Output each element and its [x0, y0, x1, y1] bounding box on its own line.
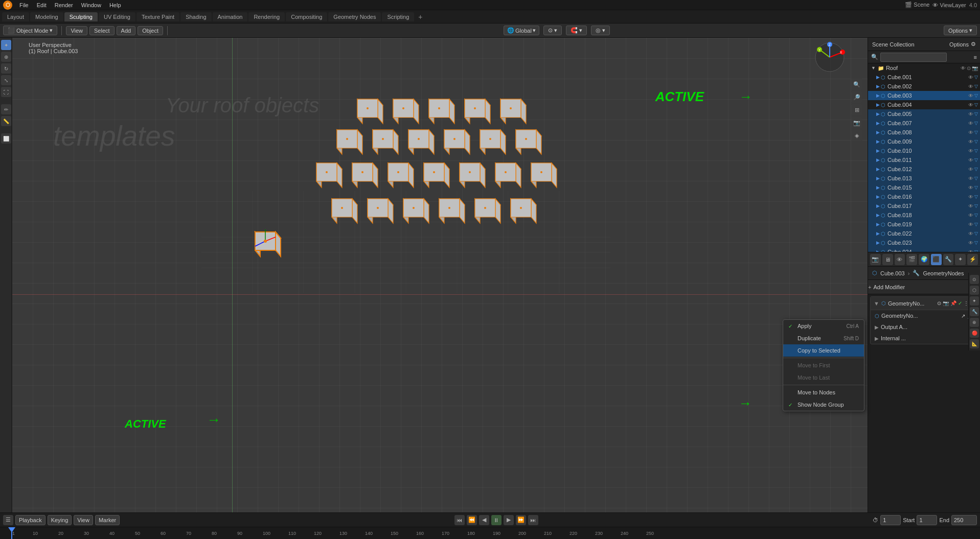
start-frame-input[interactable] — [917, 515, 937, 525]
zoom-out-button[interactable]: 🔎 — [851, 91, 862, 103]
visibility-icon[interactable]: 👁 — [968, 185, 973, 191]
visibility-icon[interactable]: 👁 — [968, 213, 973, 218]
menu-window[interactable]: Window — [78, 1, 104, 9]
tab-animation[interactable]: Animation — [213, 12, 248, 21]
visibility-icon[interactable]: 👁 — [968, 231, 973, 237]
outliner-item-cube011[interactable]: ▶ ⬡ Cube.011 👁▽ — [868, 155, 980, 165]
perspective-toggle[interactable]: ⊞ — [851, 104, 862, 115]
scale-tool[interactable]: ⤡ — [1, 75, 11, 85]
add-cube-tool[interactable]: ⬜ — [1, 133, 11, 144]
world-props-tab[interactable]: 🌍 — [919, 254, 929, 265]
view-layer-tab[interactable]: 👁 — [895, 254, 905, 265]
outliner-item-cube010[interactable]: ▶ ⬡ Cube.010 👁▽ — [868, 146, 980, 155]
ctx-show-node-group[interactable]: ✓ Show Node Group — [783, 399, 864, 411]
outliner-options[interactable]: Options — [949, 41, 969, 48]
view-menu-tl[interactable]: View — [74, 515, 93, 525]
menu-edit[interactable]: Edit — [34, 1, 50, 9]
visibility-icon[interactable]: 👁 — [968, 222, 973, 227]
show-viewport-icon[interactable]: ✓ — [958, 300, 962, 306]
annotate-tool[interactable]: ✏ — [1, 104, 11, 114]
next-keyframe-btn[interactable]: ⏩ — [516, 515, 526, 525]
side-icon-4[interactable]: 🔧 — [970, 307, 979, 316]
add-modifier-button[interactable]: + Add Modifier ↓ — [868, 280, 980, 294]
outliner-item-cube018[interactable]: ▶ ⬡ Cube.018 👁▽ — [868, 210, 980, 220]
physics-tab[interactable]: ⚡ — [967, 254, 978, 265]
stop-btn[interactable]: ⏸ — [491, 515, 502, 525]
render-vis-icon[interactable]: 📷 — [943, 300, 949, 306]
ctx-duplicate[interactable]: Duplicate Shift D — [783, 332, 864, 344]
outliner-item-cube005[interactable]: ▶ ⬡ Cube.005 👁▽ — [868, 109, 980, 119]
visibility-icon[interactable]: 👁 — [961, 65, 966, 71]
object-props-tab[interactable]: ⬛ — [931, 254, 942, 265]
tab-shading[interactable]: Shading — [180, 12, 211, 21]
output-props-tab[interactable]: 🖥 — [882, 254, 893, 265]
outliner-item-cube024[interactable]: ▶ ⬡ Cube.024 👁▽ — [868, 247, 980, 252]
tab-sculpting[interactable]: Sculpting — [64, 12, 98, 21]
visibility-icon[interactable]: 👁 — [968, 75, 973, 80]
outliner-collection-roof[interactable]: ▼ 📁 Roof 👁 ⊙ 📷 — [868, 63, 980, 73]
render-toggle[interactable]: ◈ — [851, 130, 862, 141]
blender-logo[interactable]: ⬡ — [3, 1, 12, 10]
tab-modeling[interactable]: Modeling — [30, 12, 63, 21]
tab-uv-editing[interactable]: UV Editing — [99, 12, 135, 21]
object-menu[interactable]: Object — [138, 26, 163, 35]
side-icon-6[interactable]: 🔴 — [970, 329, 979, 338]
rotate-tool[interactable]: ↻ — [1, 63, 11, 74]
viewport[interactable]: Your roof objects templates User Perspec… — [12, 38, 868, 512]
side-icon-3[interactable]: ✦ — [970, 296, 979, 306]
visibility-icon[interactable]: 👁 — [968, 84, 973, 89]
outliner-item-cube001[interactable]: ▶ ⬡ Cube.001 👁 ▽ — [868, 73, 980, 82]
add-workspace-button[interactable]: + — [415, 12, 425, 22]
scene-props-tab[interactable]: 🎬 — [906, 254, 917, 265]
proportional-edit[interactable]: ◎ ▾ — [591, 26, 610, 35]
prev-keyframe-btn[interactable]: ⏪ — [467, 515, 477, 525]
visibility-icon[interactable]: 👁 — [968, 93, 973, 99]
viewport-icon[interactable]: ⊙ — [967, 65, 971, 71]
transform-tool[interactable]: ⛶ — [1, 87, 11, 97]
visibility-icon[interactable]: 👁 — [968, 102, 973, 108]
options-btn[interactable]: Options ▾ — [944, 26, 977, 35]
move-tool[interactable]: ⊕ — [1, 52, 11, 62]
particles-tab[interactable]: ✦ — [955, 254, 966, 265]
visibility-icon[interactable]: 👁 — [968, 148, 973, 154]
outliner-filter-icon[interactable]: ⚙ — [971, 41, 976, 48]
outliner-item-cube013[interactable]: ▶ ⬡ Cube.013 👁▽ — [868, 174, 980, 183]
visibility-icon[interactable]: 👁 — [968, 194, 973, 200]
outliner-item-cube008[interactable]: ▶ ⬡ Cube.008 👁▽ — [868, 128, 980, 137]
outliner-item-cube023[interactable]: ▶ ⬡ Cube.023 👁▽ — [868, 238, 980, 247]
transform-pivot[interactable]: ⊙ ▾ — [543, 26, 562, 35]
render-props-tab[interactable]: 📷 — [870, 254, 881, 265]
side-icon-7[interactable]: 📐 — [970, 339, 979, 348]
collapse-icon[interactable]: ▼ — [874, 300, 879, 307]
view-menu[interactable]: View — [66, 26, 87, 35]
outliner-item-cube007[interactable]: ▶ ⬡ Cube.007 👁▽ — [868, 119, 980, 128]
outliner-item-cube015[interactable]: ▶ ⬡ Cube.015 👁▽ — [868, 183, 980, 192]
outliner-item-cube004[interactable]: ▶ ⬡ Cube.004 👁 ▽ — [868, 100, 980, 109]
outliner-item-cube016[interactable]: ▶ ⬡ Cube.016 👁▽ — [868, 192, 980, 201]
outliner-item-cube022[interactable]: ▶ ⬡ Cube.022 👁▽ — [868, 229, 980, 238]
timeline-menu-btn[interactable]: ☰ — [3, 515, 13, 525]
measure-tool[interactable]: 📏 — [1, 116, 11, 126]
end-frame-input[interactable] — [951, 515, 977, 525]
cursor-tool[interactable]: ✦ — [1, 40, 11, 50]
tab-rendering[interactable]: Rendering — [248, 12, 285, 21]
visibility-icon[interactable]: 👁 — [968, 167, 973, 172]
ctx-copy-to-selected[interactable]: Copy to Selected — [783, 344, 864, 357]
side-icon-5[interactable]: ⊕ — [970, 318, 979, 327]
snapping-toggle[interactable]: 🧲 ▾ — [566, 26, 587, 35]
outliner-filter-toggle[interactable]: ≡ — [974, 54, 977, 60]
play-btn[interactable]: ▶ — [504, 515, 514, 525]
visibility-icon[interactable]: 👁 — [968, 139, 973, 145]
modifier-display-name[interactable]: GeometryNo... — [888, 300, 925, 307]
menu-render[interactable]: Render — [52, 1, 76, 9]
outliner-item-cube017[interactable]: ▶ ⬡ Cube.017 👁▽ — [868, 201, 980, 210]
outliner-item-cube009[interactable]: ▶ ⬡ Cube.009 👁▽ — [868, 137, 980, 146]
visibility-icon[interactable]: 👁 — [968, 157, 973, 163]
outliner-search-input[interactable] — [880, 53, 947, 62]
visibility-icon[interactable]: 👁 — [968, 176, 973, 181]
mode-selector[interactable]: ⬛ Object Mode ▾ — [3, 26, 57, 35]
tab-compositing[interactable]: Compositing — [286, 12, 327, 21]
marker-menu[interactable]: Marker — [95, 515, 120, 525]
transform-space[interactable]: 🌐 Global ▾ — [504, 26, 539, 35]
playback-menu[interactable]: Playback — [15, 515, 45, 525]
